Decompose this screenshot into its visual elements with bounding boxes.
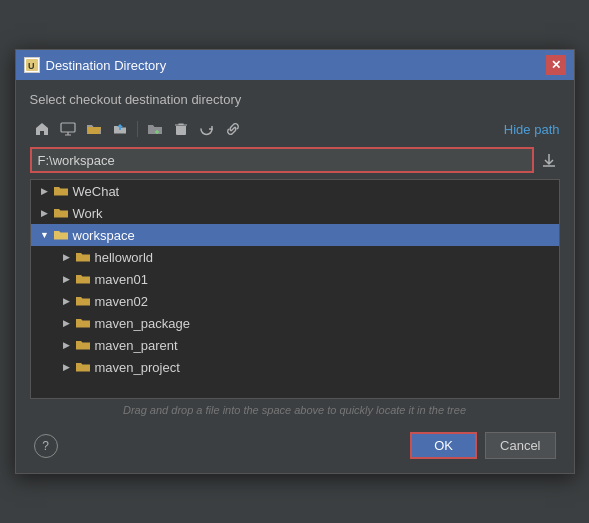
subtitle: Select checkout destination directory [30, 92, 560, 107]
new-folder-button[interactable] [143, 117, 167, 141]
path-row [30, 147, 560, 173]
toolbar-left [30, 117, 245, 141]
folder-icon [53, 205, 69, 221]
tree-item[interactable]: ▶ maven_project [31, 356, 559, 378]
tree-item-selected[interactable]: ▼ workspace [31, 224, 559, 246]
svg-rect-2 [61, 123, 75, 132]
tree-label: maven01 [95, 272, 553, 287]
tree-item[interactable]: ▶ maven_parent [31, 334, 559, 356]
title-bar: U Destination Directory ✕ [16, 50, 574, 80]
tree-label: helloworld [95, 250, 553, 265]
tree-label: maven_project [95, 360, 553, 375]
footer: ? OK Cancel [30, 424, 560, 463]
ok-button[interactable]: OK [410, 432, 477, 459]
tree-arrow: ▶ [37, 183, 53, 199]
folder-icon [75, 293, 91, 309]
tree-arrow: ▶ [59, 249, 75, 265]
app-icon: U [24, 57, 40, 73]
tree-item[interactable]: ▶ maven01 [31, 268, 559, 290]
delete-button[interactable] [169, 117, 193, 141]
download-path-button[interactable] [538, 147, 560, 173]
tree-arrow: ▶ [59, 293, 75, 309]
folder-icon [75, 249, 91, 265]
tree-item[interactable]: ▶ maven02 [31, 290, 559, 312]
footer-buttons: OK Cancel [410, 432, 555, 459]
title-bar-left: U Destination Directory [24, 57, 167, 73]
refresh-button[interactable] [195, 117, 219, 141]
link-button[interactable] [221, 117, 245, 141]
tree-arrow: ▶ [59, 359, 75, 375]
tree-arrow: ▶ [59, 315, 75, 331]
dialog-title: Destination Directory [46, 58, 167, 73]
svg-text:U: U [28, 61, 35, 71]
path-input[interactable] [30, 147, 534, 173]
tree-item[interactable]: ▶ helloworld [31, 246, 559, 268]
drag-hint: Drag and drop a file into the space abov… [30, 399, 560, 424]
help-button[interactable]: ? [34, 434, 58, 458]
tree-item[interactable]: ▶ maven_package [31, 312, 559, 334]
computer-button[interactable] [56, 117, 80, 141]
tree-arrow: ▶ [37, 205, 53, 221]
toolbar-separator [137, 121, 138, 137]
home-button[interactable] [30, 117, 54, 141]
tree-label: maven_package [95, 316, 553, 331]
tree-label: workspace [73, 228, 553, 243]
close-button[interactable]: ✕ [546, 55, 566, 75]
tree-label: WeChat [73, 184, 553, 199]
tree-arrow: ▶ [59, 271, 75, 287]
folder-up-button[interactable] [108, 117, 132, 141]
tree-label: maven02 [95, 294, 553, 309]
tree-label: Work [73, 206, 553, 221]
toolbar: Hide path [30, 117, 560, 141]
tree-arrow-expanded: ▼ [37, 227, 53, 243]
folder-icon [75, 271, 91, 287]
tree-label: maven_parent [95, 338, 553, 353]
tree-item[interactable]: ▶ Work [31, 202, 559, 224]
cancel-button[interactable]: Cancel [485, 432, 555, 459]
tree-item[interactable]: ▶ WeChat [31, 180, 559, 202]
open-folder-button[interactable] [82, 117, 106, 141]
folder-icon [75, 337, 91, 353]
destination-directory-dialog: U Destination Directory ✕ Select checkou… [15, 49, 575, 474]
tree-arrow: ▶ [59, 337, 75, 353]
dialog-body: Select checkout destination directory [16, 80, 574, 473]
folder-icon [75, 359, 91, 375]
folder-open-icon [53, 227, 69, 243]
tree-container[interactable]: ▶ WeChat ▶ Work ▼ workspace [30, 179, 560, 399]
hide-path-button[interactable]: Hide path [504, 122, 560, 137]
folder-icon [53, 183, 69, 199]
folder-icon [75, 315, 91, 331]
